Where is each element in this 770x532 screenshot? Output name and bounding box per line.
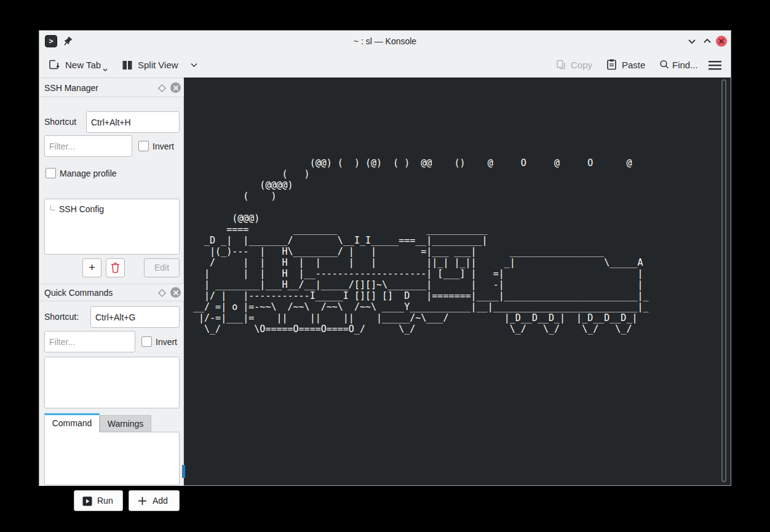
quick-commands-float-icon[interactable] [158,289,166,297]
titlebar[interactable]: > ~ : sl — Konsole [39,31,731,52]
copy-icon [555,59,566,70]
qc-filter-input[interactable] [44,331,135,352]
tab-command[interactable]: Command [44,413,100,432]
qc-shortcut-label: Shortcut: [44,312,79,322]
tree-branch-icon [50,205,55,210]
split-view-chevron-icon[interactable] [190,62,198,68]
paste-button[interactable]: Paste [622,60,645,70]
close-button[interactable] [716,36,727,47]
ssh-invert-checkbox[interactable] [138,141,149,151]
list-item[interactable]: SSH Config [45,199,179,214]
terminal-text: (@@) ( ) (@) ( ) @@ () @ O @ O @ ( ) (@@… [193,157,649,335]
find-button[interactable]: Find... [672,60,698,70]
new-tab-icon [48,58,60,71]
split-view-button[interactable]: Split View [138,60,178,70]
copy-button[interactable]: Copy [571,60,592,70]
manage-profile-checkbox[interactable] [46,168,56,178]
tab-warnings[interactable]: Warnings [100,415,151,432]
quick-commands-close-icon[interactable] [170,287,181,298]
manage-profile-label: Manage profile [60,169,117,178]
qc-run-label: Run [97,496,113,506]
konsole-window: > ~ : sl — Konsole [39,30,731,486]
run-icon [82,496,92,506]
qc-shortcut-field[interactable] [90,306,180,328]
qc-add-label: Add [153,496,168,506]
ssh-filter-input[interactable] [44,135,132,157]
qc-add-button[interactable]: Add [129,490,180,511]
plus-icon [138,496,147,506]
main-toolbar: New Tab Split View Copy [39,52,731,77]
ssh-shortcut-field[interactable] [86,111,180,133]
ssh-add-button[interactable]: + [82,258,101,277]
qc-invert-checkbox[interactable] [141,336,152,347]
maximize-button[interactable] [702,37,712,46]
hamburger-menu-icon[interactable] [708,60,723,70]
qc-invert-label: Invert [156,337,177,347]
new-tab-menu-chevron-icon[interactable] [102,68,108,73]
qc-run-button[interactable]: Run [74,490,123,511]
qc-command-list[interactable] [44,357,180,408]
sidebar: SSH Manager Shortcut Invert Manage profi… [39,77,184,486]
splitter-handle[interactable] [182,465,185,478]
find-icon [659,59,670,70]
qc-command-editor[interactable] [44,432,180,485]
terminal-area[interactable]: (@@) ( ) (@) ( ) @@ () @ O @ O @ ( ) (@@… [184,77,731,485]
ssh-config-item-label: SSH Config [59,204,104,214]
ssh-shortcut-label: Shortcut [44,117,76,127]
ssh-delete-button[interactable] [106,258,125,277]
ssh-manager-title: SSH Manager [44,83,98,93]
ssh-manager-float-icon[interactable] [158,84,166,92]
quick-commands-header: Quick Commands [39,284,184,301]
ssh-invert-label: Invert [153,141,174,151]
desktop: > ~ : sl — Konsole [0,0,770,532]
paste-icon [606,58,617,71]
ssh-manager-close-icon[interactable] [170,82,181,93]
trash-icon [106,259,124,277]
new-tab-button[interactable]: New Tab [65,60,101,70]
ssh-edit-button[interactable]: Edit [144,258,180,277]
terminal-scrollbar[interactable] [721,79,726,482]
split-view-icon [122,60,133,71]
window-title: ~ : sl — Konsole [39,36,731,46]
ssh-manager-header: SSH Manager [39,79,184,97]
minimize-button[interactable] [687,37,697,46]
ssh-config-list[interactable]: SSH Config [44,199,180,255]
quick-commands-title: Quick Commands [44,288,113,298]
